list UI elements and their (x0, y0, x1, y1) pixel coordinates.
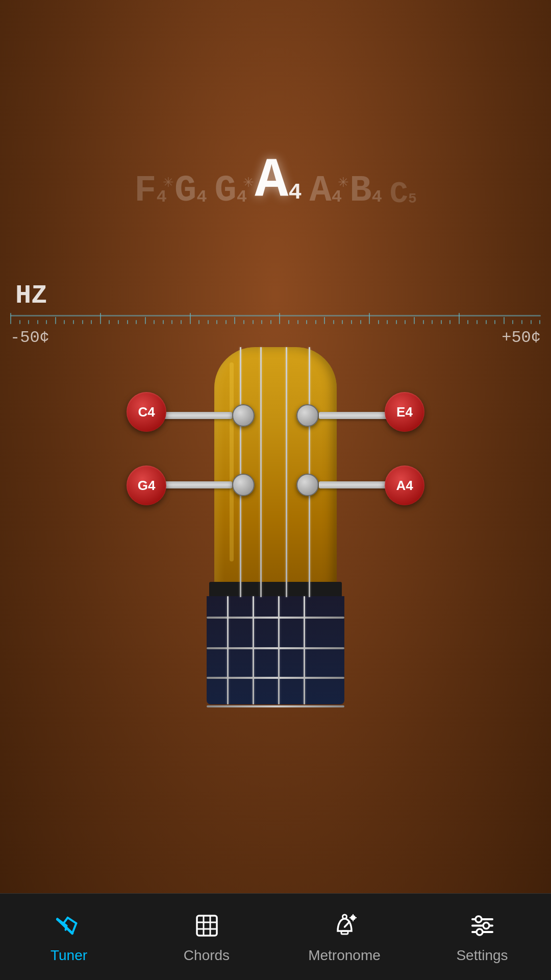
note-a4-active: A 4 (255, 153, 302, 209)
string-2 (260, 347, 262, 597)
note-c5: C 5 (390, 179, 417, 209)
note-badge-e4[interactable]: E4 (385, 392, 424, 432)
tick-mark (521, 320, 522, 324)
note-badge-a4-label: A4 (396, 478, 413, 494)
fret-4 (207, 705, 344, 707)
tick-mark (127, 320, 128, 324)
tick-mark (405, 320, 406, 324)
tick-mark (351, 320, 352, 324)
tick-mark (396, 320, 397, 324)
tick-mark (333, 320, 334, 324)
tick-mark (441, 320, 442, 324)
tick-mark (297, 320, 298, 324)
tick-mark (494, 320, 495, 324)
tick-mark (449, 320, 450, 324)
string-2-fret (253, 596, 254, 704)
tick-mark (118, 320, 119, 324)
peg-knob-tl (232, 404, 255, 427)
tick-mark (181, 320, 182, 324)
cents-high: +50¢ (502, 328, 541, 347)
tick-mark (467, 320, 468, 324)
headstock-body-shape (214, 347, 337, 704)
string-3 (286, 347, 287, 597)
nav-label-settings: Settings (456, 947, 508, 964)
bottom-nav: Tuner Chords (0, 893, 551, 980)
tick-mark (91, 320, 92, 324)
guitar-headstock-container: C4 E4 G4 A4 (122, 347, 429, 704)
tick-mark (486, 320, 487, 324)
tick-mark (477, 320, 478, 324)
tick-mark (64, 320, 65, 324)
tick-mark (19, 320, 20, 324)
string-4 (309, 347, 310, 597)
nav-item-metronome[interactable]: Metronome (276, 894, 413, 980)
cents-low: -50¢ (10, 328, 49, 347)
tick-mark (360, 320, 361, 324)
svg-rect-11 (341, 931, 348, 934)
headstock-highlight (230, 362, 234, 561)
tick-mark (234, 317, 235, 324)
note-row: F ✳ 4 G 4 G ✳ 4 A 4 A ✳ 4 B 4 (0, 143, 551, 219)
tick-mark (315, 320, 316, 324)
nav-label-metronome: Metronome (308, 947, 381, 964)
tick-mark (306, 320, 307, 324)
peg-arm-br (319, 481, 390, 488)
tick-mark (253, 320, 254, 324)
tick-mark (37, 320, 38, 324)
peg-arm-bl (161, 481, 232, 488)
svg-point-14 (350, 915, 356, 920)
headstock-body (214, 347, 337, 592)
tick-mark (504, 317, 505, 324)
note-display: F ✳ 4 G 4 G ✳ 4 A 4 A ✳ 4 B 4 (0, 143, 551, 219)
tick-mark (46, 320, 47, 324)
tick-mark (208, 320, 209, 324)
string-3-fret (278, 596, 280, 704)
tick-mark (423, 320, 424, 324)
nav-item-settings[interactable]: Settings (413, 894, 551, 980)
nav-label-tuner: Tuner (51, 947, 87, 964)
note-g4sharp: G ✳ 4 (215, 173, 247, 209)
string-4-fret (304, 596, 305, 704)
tick-mark (55, 317, 56, 324)
nav-item-tuner[interactable]: Tuner (0, 894, 138, 980)
note-b4: B 4 (349, 173, 382, 209)
tuner-icon (54, 911, 84, 941)
note-a4sharp: A ✳ 4 (310, 173, 342, 209)
note-g4: G 4 (174, 173, 207, 209)
tick-mark (136, 320, 137, 324)
nav-item-chords[interactable]: Chords (138, 894, 276, 980)
settings-icon (467, 911, 497, 941)
hz-label: HZ (15, 281, 47, 311)
nav-label-chords: Chords (184, 947, 230, 964)
tick-mark (163, 320, 164, 324)
string-1-fret (227, 596, 229, 704)
tick-mark (378, 320, 379, 324)
svg-point-24 (477, 929, 483, 935)
tick-mark (342, 320, 343, 324)
note-badge-c4[interactable]: C4 (127, 392, 166, 432)
peg-knob-br (296, 474, 319, 496)
tick-mark (512, 320, 513, 324)
peg-knob-tr (296, 404, 319, 427)
string-1 (240, 347, 241, 597)
tick-mark (539, 320, 540, 324)
tick-mark (414, 317, 415, 324)
tick-mark (109, 320, 110, 324)
note-badge-c4-label: C4 (138, 404, 155, 420)
tick-mark (288, 320, 289, 324)
note-badge-g4-label: G4 (138, 478, 156, 494)
tick-mark (73, 320, 74, 324)
note-badge-g4[interactable]: G4 (127, 465, 166, 505)
svg-line-13 (344, 922, 349, 927)
svg-point-23 (483, 923, 489, 929)
svg-rect-6 (197, 916, 217, 936)
cents-labels: -50¢ +50¢ (10, 328, 541, 347)
fretboard (207, 596, 344, 704)
peg-arm-tl (161, 412, 232, 419)
nut (209, 582, 342, 597)
tick-container (10, 309, 541, 324)
note-badge-a4[interactable]: A4 (385, 465, 424, 505)
metronome-icon (329, 911, 360, 941)
tick-mark (28, 320, 29, 324)
tick-mark (387, 320, 388, 324)
